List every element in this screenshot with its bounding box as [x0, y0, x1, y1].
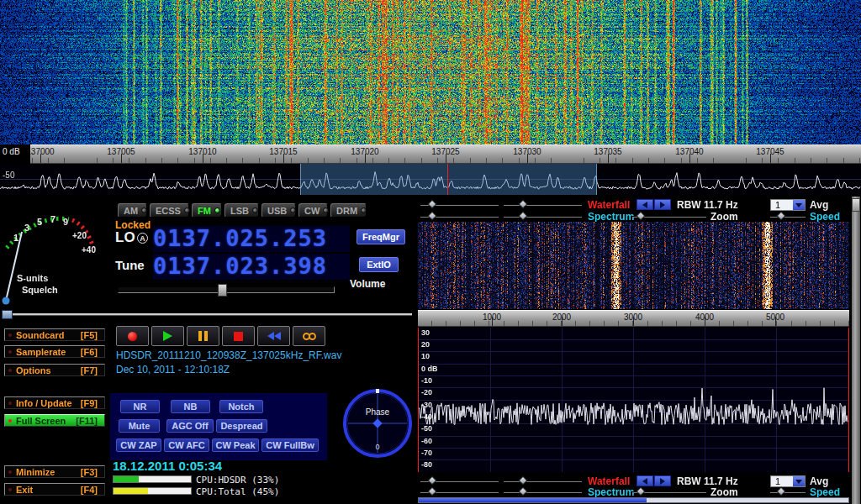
slider-thumb[interactable] [518, 475, 527, 485]
record-button[interactable] [116, 326, 149, 346]
cw-fullbw-button[interactable]: CW FullBw [261, 438, 319, 452]
slider-thumb[interactable] [518, 211, 527, 220]
waterfall-toggle-label[interactable]: Waterfall [588, 199, 630, 211]
fullscreen-button[interactable]: Full Screen[F11] [4, 414, 105, 427]
speed-slider-2[interactable] [770, 487, 806, 496]
db-scale-label: 10 [421, 352, 430, 360]
button-led-icon [8, 369, 12, 372]
avg-label: Avg [810, 199, 828, 211]
volume-slider[interactable] [118, 286, 335, 293]
spectrum-range-slider[interactable] [420, 212, 499, 221]
nr-button[interactable]: NR [120, 400, 160, 413]
slider-thumb[interactable] [518, 199, 527, 208]
cw-peak-button[interactable]: CW Peak [212, 438, 259, 452]
slider-thumb[interactable] [518, 486, 527, 496]
left-arrow-icon [642, 478, 647, 485]
passband-selection[interactable] [300, 164, 597, 195]
slider-thumb[interactable] [636, 211, 645, 220]
button-label: Info / Update [16, 398, 72, 408]
lo-label: LO [115, 229, 135, 246]
waterfall-brightness-slider[interactable] [420, 200, 499, 209]
cw-afc-button[interactable]: CW AFC [164, 438, 209, 452]
spectrum-overview[interactable]: -50 [0, 164, 861, 195]
soundcard-button[interactable]: Soundcard[F5] [4, 328, 105, 341]
mute-button[interactable]: Mute [119, 419, 160, 433]
options-button[interactable]: Options[F7] [4, 364, 105, 376]
info-update-button[interactable]: Info / Update[F9] [4, 396, 105, 409]
slider-thumb[interactable] [636, 486, 645, 496]
datetime-display: 18.12.2011 0:05:34 [113, 459, 222, 473]
nb-button[interactable]: NB [171, 400, 210, 413]
button-fkey: [F5] [81, 330, 98, 340]
ruler-minor-ticks [0, 158, 861, 163]
pause-button[interactable] [187, 326, 219, 346]
play-button[interactable] [151, 326, 184, 346]
shift-right-button-2[interactable] [654, 475, 671, 486]
spectrum-toggle-label[interactable]: Spectrum [588, 211, 634, 223]
despread-button[interactable]: Despread [216, 419, 267, 433]
avg-select-2[interactable]: 1 [770, 475, 806, 487]
slider-thumb[interactable] [427, 475, 436, 485]
rf-spectrum-panel[interactable]: 30 20 10 0 dB -10 -20 -30 -40 -50 -60 -7… [418, 328, 849, 472]
vertical-scrollbar-thumb[interactable] [852, 198, 860, 212]
agc-off-button[interactable]: AGC Off [166, 419, 214, 433]
shift-left-button[interactable] [637, 199, 653, 210]
zoom-slider[interactable] [632, 212, 706, 221]
frequency-ruler[interactable]: 137000 137005 137010 137015 137020 13702… [0, 144, 861, 164]
dropdown-arrow-icon[interactable] [793, 200, 805, 210]
squelch-slider-thumb[interactable] [2, 310, 13, 319]
waterfall-brightness-slider-2[interactable] [420, 476, 499, 486]
slider-thumb[interactable] [427, 486, 436, 496]
stop-button[interactable] [222, 326, 255, 346]
slider-thumb[interactable] [427, 211, 436, 220]
rewind-button[interactable] [257, 326, 290, 346]
lo-auto-badge[interactable]: A [137, 233, 148, 244]
db-scale-label: -10 [421, 376, 432, 385]
button-label: Soundcard [16, 330, 64, 340]
cw-zap-button[interactable]: CW ZAP [116, 438, 161, 452]
main-waterfall[interactable] [0, 0, 861, 144]
waterfall-contrast-slider[interactable] [504, 200, 582, 209]
slider-thumb[interactable] [776, 211, 785, 220]
volume-slider-thumb[interactable] [218, 284, 227, 297]
freqmgr-button[interactable]: FreqMgr [357, 229, 405, 244]
spectrum-range-slider-2[interactable] [420, 487, 499, 496]
button-label: Options [16, 365, 51, 375]
db-scale-label: 30 [421, 328, 430, 337]
loop-button[interactable] [293, 326, 325, 346]
rf-zoom-scrollbar-fill [419, 498, 647, 502]
extio-button[interactable]: ExtIO [359, 257, 399, 272]
slider-thumb[interactable] [776, 486, 785, 496]
waterfall-toggle-label-2[interactable]: Waterfall [588, 475, 630, 487]
rf-waterfall-canvas[interactable] [418, 222, 849, 309]
notch-button[interactable]: Notch [219, 400, 263, 413]
waterfall-contrast-slider-2[interactable] [504, 476, 582, 486]
shift-left-button-2[interactable] [637, 475, 653, 486]
phase-top-tick-icon [376, 389, 379, 393]
spectrum-offset-slider-2[interactable] [504, 487, 582, 496]
overview-db-mid-label: -50 [3, 171, 14, 180]
button-led-icon [8, 419, 12, 423]
samplerate-button[interactable]: Samplerate[F6] [4, 345, 105, 358]
spectrum-toggle-label-2[interactable]: Spectrum [588, 486, 634, 498]
rf-zoom-scrollbar[interactable] [418, 497, 849, 503]
button-fkey: [F7] [81, 365, 98, 375]
playback-controls [116, 326, 325, 346]
tune-frequency-display[interactable]: 0137.023.398 [153, 254, 350, 280]
shift-right-button[interactable] [654, 199, 671, 210]
zoom-slider-2[interactable] [632, 487, 706, 496]
dropdown-arrow-icon[interactable] [793, 476, 805, 486]
spectrum-offset-slider[interactable] [504, 212, 582, 221]
avg-select[interactable]: 1 [770, 199, 806, 211]
vertical-scrollbar[interactable] [852, 197, 860, 504]
rbw-label-2: RBW 11.7 Hz [677, 475, 738, 487]
rf-top-controls-row1: Waterfall RBW 11.7 Hz 1 Avg [0, 199, 861, 211]
button-label: Full Screen [16, 416, 66, 426]
rf-frequency-ruler[interactable]: 1000 2000 3000 4000 5000 [418, 310, 849, 327]
lo-frequency-display[interactable]: 0137.025.253 [153, 226, 350, 252]
rf-spectrum-canvas[interactable] [419, 328, 848, 472]
slider-thumb[interactable] [427, 199, 436, 208]
speed-slider[interactable] [770, 212, 806, 221]
s-meter-pivot [3, 297, 10, 305]
squelch-slider[interactable] [2, 313, 412, 316]
